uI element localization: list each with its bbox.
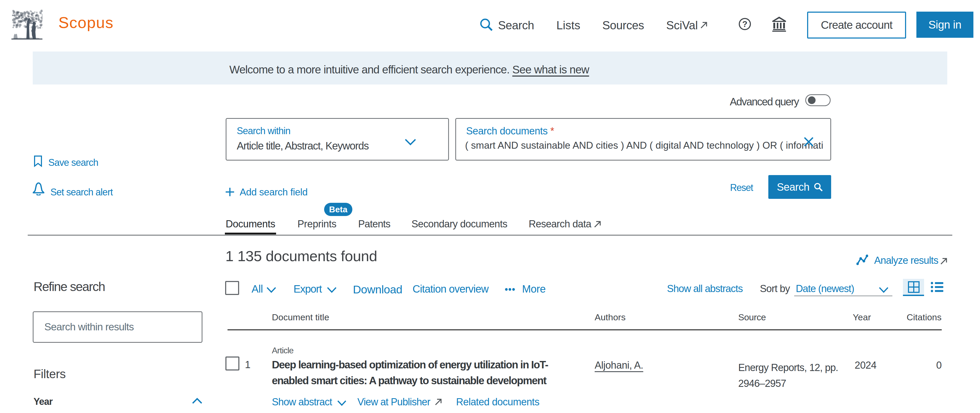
svg-text:?: ? [742,19,748,29]
